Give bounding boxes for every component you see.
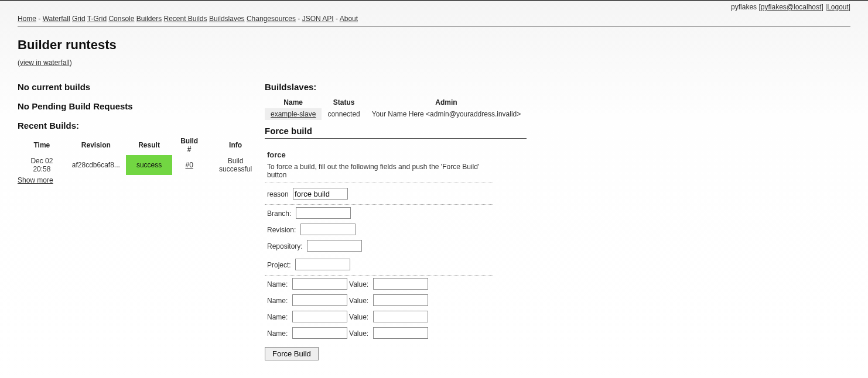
force-section-title: force — [265, 147, 493, 160]
nav-json-api[interactable]: JSON API — [302, 15, 334, 23]
nv-name-label: Name: — [267, 297, 288, 305]
nv-value-label: Value: — [349, 280, 368, 288]
recent-builds-table: Time Revision Result Build # Info Dec 02… — [18, 135, 265, 175]
nv-value-label: Value: — [349, 313, 368, 321]
cell-info: Build successful — [206, 155, 265, 175]
force-build-heading: Force build — [265, 126, 527, 139]
nav-changesources[interactable]: Changesources — [247, 15, 296, 23]
show-more-link[interactable]: Show more — [18, 176, 53, 184]
col-build: Build # — [172, 135, 206, 155]
nav-bar: Home - Waterfall Grid T-Grid Console Bui… — [0, 11, 868, 26]
nav-console[interactable]: Console — [108, 15, 134, 23]
nav-waterfall[interactable]: Waterfall — [43, 15, 70, 23]
col-slave-admin: Admin — [366, 97, 527, 108]
nav-recent-builds[interactable]: Recent Builds — [164, 15, 207, 23]
col-info: Info — [206, 135, 265, 155]
col-slave-status: Status — [322, 97, 365, 108]
user-login-link[interactable]: pyflakes@localhost — [761, 3, 822, 11]
col-result: Result — [126, 135, 172, 155]
col-slave-name: Name — [265, 97, 322, 108]
cell-build: #0 — [172, 155, 206, 175]
force-build-button[interactable]: Force Build — [265, 347, 319, 360]
reason-input[interactable] — [293, 188, 348, 200]
nv-name-label: Name: — [267, 313, 288, 321]
nv-name-input-2[interactable] — [292, 294, 347, 306]
nv-value-label: Value: — [349, 329, 368, 338]
reason-label: reason — [267, 190, 289, 198]
nv-value-input-4[interactable] — [373, 327, 428, 339]
nv-value-input-2[interactable] — [373, 294, 428, 306]
revision-input[interactable] — [300, 224, 356, 235]
no-pending-builds: No Pending Build Requests — [18, 101, 265, 111]
col-time: Time — [18, 135, 66, 155]
nv-name-label: Name: — [267, 329, 288, 338]
nav-buildslaves[interactable]: Buildslaves — [209, 15, 245, 23]
view-in-waterfall-link[interactable]: view in waterfall — [20, 59, 70, 67]
buildslaves-heading: Buildslaves: — [265, 82, 527, 92]
cell-result: success — [126, 155, 172, 175]
project-label: Project: — [267, 261, 291, 269]
buildslaves-table: Name Status Admin example-slave connecte… — [265, 97, 527, 120]
nv-name-input-3[interactable] — [292, 311, 347, 322]
repository-input[interactable] — [307, 240, 362, 252]
table-row: example-slave connected Your Name Here <… — [265, 108, 527, 120]
logout-link[interactable]: Logout — [827, 3, 849, 11]
nav-builders[interactable]: Builders — [136, 15, 162, 23]
nav-grid[interactable]: Grid — [72, 15, 86, 23]
cell-slave-admin: Your Name Here <admin@youraddress.invali… — [366, 108, 527, 120]
nv-value-label: Value: — [349, 297, 368, 305]
col-revision: Revision — [66, 135, 126, 155]
cell-time: Dec 02 20:58 — [18, 155, 66, 175]
revision-label: Revision: — [267, 226, 296, 234]
build-link[interactable]: #0 — [186, 161, 193, 169]
nav-about[interactable]: About — [340, 15, 358, 23]
force-form: force To force a build, fill out the fol… — [265, 147, 493, 360]
slave-link[interactable]: example-slave — [271, 110, 316, 118]
repository-label: Repository: — [267, 242, 303, 250]
no-current-builds: No current builds — [18, 82, 265, 92]
table-row: Dec 02 20:58 af28cdb6caf8... success #0 … — [18, 155, 265, 175]
nav-home[interactable]: Home — [18, 15, 36, 23]
user-bar: pyflakes [pyflakes@localhost] |Logout| — [0, 1, 868, 11]
nv-value-input-1[interactable] — [373, 278, 428, 290]
nav-tgrid[interactable]: T-Grid — [87, 15, 107, 23]
project-input[interactable] — [295, 259, 350, 270]
branch-label: Branch: — [267, 209, 291, 218]
waterfall-paren: (view in waterfall) — [18, 59, 850, 67]
recent-builds-heading: Recent Builds: — [18, 121, 265, 130]
page-title: Builder runtests — [18, 37, 850, 53]
nv-name-input-4[interactable] — [292, 327, 347, 339]
cell-slave-name: example-slave — [265, 108, 322, 120]
nv-name-label: Name: — [267, 280, 288, 288]
force-desc: To force a build, fill out the following… — [265, 160, 493, 183]
nv-name-input-1[interactable] — [292, 278, 347, 290]
user-name: pyflakes — [731, 3, 757, 11]
branch-input[interactable] — [296, 207, 351, 219]
cell-slave-status: connected — [322, 108, 365, 120]
cell-revision: af28cdb6caf8... — [66, 155, 126, 175]
nv-value-input-3[interactable] — [373, 311, 428, 322]
